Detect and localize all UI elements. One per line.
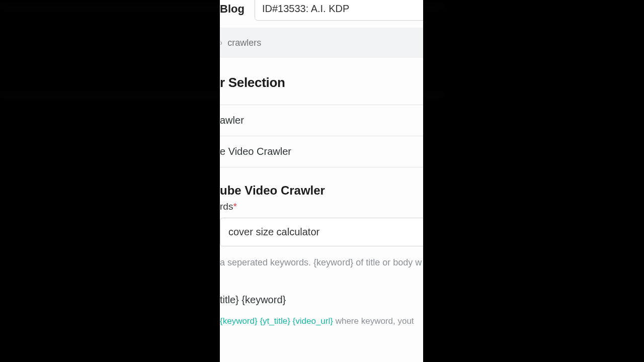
chevron-right-icon: ›	[220, 37, 222, 48]
blog-id-select[interactable]: ID#13533: A.I. KDP	[255, 0, 423, 21]
keywords-label: rds	[220, 201, 233, 212]
title-template-value: title} {keyword}	[220, 269, 423, 307]
crawler-option-1[interactable]: awler	[220, 105, 423, 136]
foreground-panel: Blog ID#13533: A.I. KDP › crawlers r Sel…	[220, 0, 423, 362]
blog-label: Blog	[220, 2, 245, 17]
keywords-hint: a seperated keywords. {keyword} of title…	[220, 246, 423, 268]
title-template-hint: {keyword} {yt_title} {video_url} where k…	[220, 307, 423, 327]
breadcrumb-item-crawlers[interactable]: crawlers	[227, 37, 261, 49]
breadcrumb: › crawlers	[220, 28, 423, 58]
template-tokens: {keyword} {yt_title} {video_url}	[220, 316, 333, 326]
crawler-option-2[interactable]: e Video Crawler	[220, 136, 423, 167]
top-row: Blog ID#13533: A.I. KDP	[220, 0, 423, 28]
required-asterisk: *	[233, 201, 236, 212]
template-hint-rest: where keyword, yout	[333, 316, 414, 326]
keywords-input[interactable]: cover size calculator	[220, 218, 423, 246]
section-title: r Selection	[220, 74, 285, 92]
subsection-title: ube Video Crawler	[220, 167, 423, 200]
